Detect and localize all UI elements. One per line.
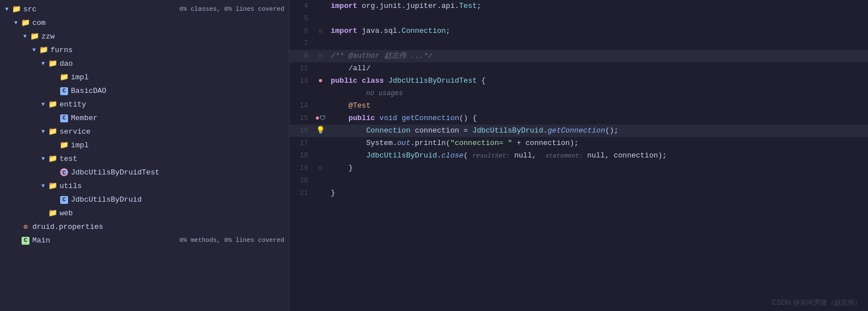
folder-icon-zzw: 📁 [30,32,40,41]
code-line-4: 4 import org.junit.jupiter.api.Test; [289,0,868,12]
tree-item-jdbctest[interactable]: ▶ C JdbcUtilsByDruidTest [0,165,289,179]
tree-label-test: test [60,155,284,163]
folder-icon-utils: 📁 [48,181,58,190]
line-num-8: 8 [289,50,315,62]
tree-label-main: Main [32,236,176,245]
tree-item-member[interactable]: ▶ C Member [0,111,289,125]
code-line-15: 15 ●🛡 public void getConnection() { [289,112,868,125]
props-icon: ⚙ [20,223,31,231]
line-num-14: 14 [289,100,315,112]
code-12: /all/ [326,62,868,75]
tree-meta-main: 0% methods, 0% lines covered [179,237,284,244]
gutter-6: ⊟ [315,25,326,37]
code-line-20: 20 [289,174,868,187]
tree-label-druid-properties: druid.properties [32,223,284,231]
line-num-4: 4 [289,0,315,12]
code-7 [326,37,868,50]
line-num-19: 19 [289,162,315,174]
code-line-8: 8 ⊟ /** @author 赵志伟 ...*/ [289,50,868,62]
line-num-13: 13 [289,75,315,87]
code-line-7: 7 [289,37,868,50]
tree-item-dao[interactable]: ▼ 📁 dao [0,57,289,70]
class-icon-basicdao: C [59,86,69,95]
code-content: 4 import org.junit.jupiter.api.Test; 5 6… [289,0,868,311]
tree-item-com[interactable]: ▼ 📁 com [0,16,289,29]
hint-icon-16[interactable]: 💡 [316,126,325,135]
tree-label-impl-dao: impl [71,73,284,82]
shield-icon-15: 🛡 [319,115,326,122]
tree-label-com: com [32,19,284,27]
tree-arrow-com: ▼ [11,20,20,26]
folder-icon-web: 📁 [48,208,58,218]
line-num-16: 16 [289,125,315,137]
folder-icon-com: 📁 [20,18,31,27]
folder-icon-service: 📁 [48,127,58,136]
gutter-19: ⊟ [315,162,326,174]
tree-label-furns: furns [50,46,284,54]
tree-item-entity[interactable]: ▼ 📁 entity [0,97,289,111]
tree-label-web: web [60,209,284,218]
class-icon-member: C [59,113,69,122]
line-num-12: 12 [289,62,315,75]
folder-icon-dao: 📁 [48,59,58,68]
tree-arrow-utils: ▼ [39,183,48,189]
code-line-19: 19 ⊟ } [289,162,868,174]
code-15: public void getConnection() { [326,112,868,125]
tree-item-web[interactable]: ▶ 📁 web [0,206,289,220]
tree-item-impl-service[interactable]: ▶ 📁 impl [0,138,289,152]
tree-item-test[interactable]: ▼ 📁 test [0,152,289,165]
code-line-no-usages: no usages [289,87,868,100]
code-line-18: 18 JdbcUtilsByDruid.close( resultSet: nu… [289,150,868,162]
code-5 [326,12,868,25]
main-class-icon: C [20,236,31,245]
folder-icon-src: 📁 [11,5,22,14]
code-editor: 4 import org.junit.jupiter.api.Test; 5 6… [289,0,868,311]
tree-label-jdbctest: JdbcUtilsByDruidTest [71,168,284,177]
code-17: System.out.println("connection= " + conn… [326,137,868,150]
tree-arrow-zzw: ▼ [20,33,30,40]
folder-icon-furns: 📁 [39,45,49,54]
fold-icon-6: ⊟ [319,28,323,35]
line-num-7: 7 [289,37,315,50]
code-21: } [326,187,868,199]
code-line-13: 13 ● public class JdbcUtilsByDruidTest { [289,75,868,87]
gutter-13: ● [315,75,326,87]
code-13: public class JdbcUtilsByDruidTest { [326,75,868,87]
tree-arrow-impl-dao: ▶ [50,74,59,80]
tree-item-service[interactable]: ▼ 📁 service [0,125,289,138]
code-line-17: 17 System.out.println("connection= " + c… [289,137,868,150]
tree-label-jdbcutils: JdbcUtilsByDruid [71,195,284,204]
folder-icon-entity: 📁 [48,100,58,109]
tree-item-jdbcutils[interactable]: ▶ C JdbcUtilsByDruid [0,193,289,206]
folder-icon-impl-dao: 📁 [59,73,69,82]
code-19: } [326,162,868,174]
gutter-15: ●🛡 [315,112,326,125]
code-16: Connection connection = JdbcUtilsByDruid… [326,125,868,137]
watermark: CSDN @吉冈秀隆（赵志伟） [772,298,861,308]
line-num-18: 18 [289,150,315,162]
line-num-20: 20 [289,174,315,187]
tree-item-druid-properties[interactable]: ▶ ⚙ druid.properties [0,220,289,233]
tree-item-furns[interactable]: ▼ 📁 furns [0,43,289,57]
tree-item-impl-dao[interactable]: ▶ 📁 impl [0,70,289,84]
tree-label-entity: entity [60,100,284,109]
tree-arrow-src: ▼ [2,6,11,12]
tree-item-zzw[interactable]: ▼ 📁 zzw [0,29,289,43]
tree-item-utils[interactable]: ▼ 📁 utils [0,179,289,193]
tree-arrow-furns: ▼ [30,47,39,53]
line-num-6: 6 [289,25,315,37]
gutter-16: 💡 [315,125,326,137]
tree-arrow-test: ▼ [39,156,48,162]
tree-label-basicdao: BasicDAO [71,87,284,95]
gutter-8: ⊟ [315,50,326,62]
tree-label-utils: utils [60,182,284,190]
file-tree[interactable]: ▼ 📁 src 0% classes, 0% lines covered ▼ 📁… [0,0,289,311]
tree-item-main[interactable]: ▶ C Main 0% methods, 0% lines covered [0,233,289,247]
fold-icon-19: ⊟ [319,165,323,172]
code-18: JdbcUtilsByDruid.close( resultSet: null,… [326,150,868,162]
tree-item-basicdao[interactable]: ▶ C BasicDAO [0,84,289,97]
tree-label-impl-service: impl [71,141,284,150]
tree-item-src[interactable]: ▼ 📁 src 0% classes, 0% lines covered [0,2,289,16]
tree-label-dao: dao [60,59,284,68]
class-icon-jdbcutils: C [59,195,69,204]
